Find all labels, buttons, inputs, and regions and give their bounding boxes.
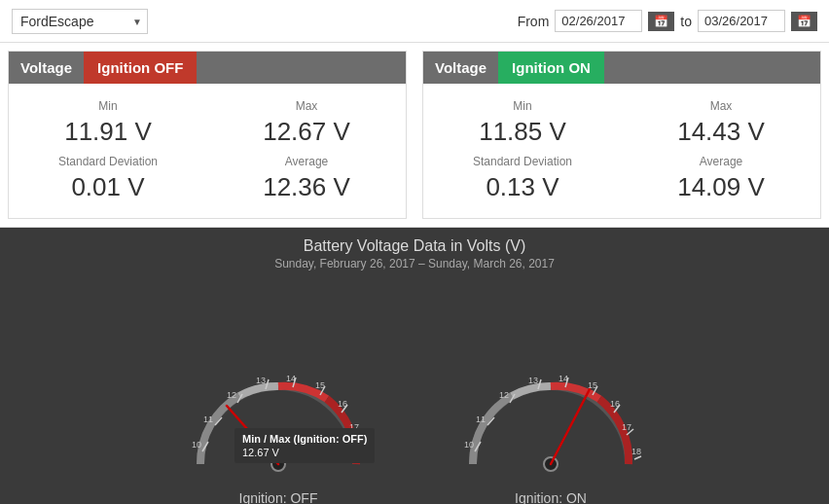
svg-text:16: 16	[338, 399, 347, 409]
svg-text:10: 10	[464, 440, 474, 450]
ignition-off-stats: Min 11.91 V Standard Deviation 0.01 V Ma…	[9, 84, 406, 218]
svg-text:17: 17	[622, 422, 631, 432]
from-calendar-button[interactable]: 📅	[648, 12, 674, 31]
ignition-off-std-value: 0.01 V	[18, 172, 198, 202]
ignition-off-std-label: Standard Deviation	[18, 155, 198, 168]
gauge-off-label: Ignition: OFF	[239, 490, 318, 504]
ignition-on-max-label: Max	[631, 99, 811, 113]
svg-text:18: 18	[631, 447, 641, 456]
ignition-off-avg-value: 12.36 V	[217, 172, 396, 202]
ignition-off-avg-label: Average	[217, 155, 396, 168]
ignition-on-std-value: 0.13 V	[433, 172, 612, 202]
to-label: to	[680, 14, 692, 29]
ignition-off-min-cell: Min 11.91 V Standard Deviation 0.01 V	[9, 93, 207, 208]
ignition-on-std-label: Standard Deviation	[433, 155, 612, 168]
vehicle-select-wrapper[interactable]: FordEscape ▼	[12, 9, 148, 34]
to-calendar-button[interactable]: 📅	[791, 12, 817, 31]
svg-text:13: 13	[256, 376, 266, 385]
svg-text:10: 10	[192, 440, 201, 450]
ignition-on-max-cell: Max 14.43 V Average 14.09 V	[622, 93, 820, 208]
ignition-on-badge: Ignition ON	[498, 52, 604, 84]
ignition-on-max-value: 14.43 V	[631, 117, 811, 147]
ignition-on-panel: Voltage Ignition ON Min 11.85 V Standard…	[422, 51, 821, 219]
ignition-on-min-cell: Min 11.85 V Standard Deviation 0.13 V	[423, 93, 622, 208]
ignition-on-avg-label: Average	[631, 155, 811, 168]
svg-text:14: 14	[559, 374, 568, 383]
ignition-off-max-cell: Max 12.67 V Average 12.36 V	[207, 93, 406, 208]
ignition-off-header: Voltage Ignition OFF	[9, 52, 406, 84]
gauge-section: Battery Voltage Data in Volts (V) Sunday…	[0, 228, 829, 504]
top-bar: FordEscape ▼ From 📅 to 📅	[0, 0, 829, 43]
ignition-on-header: Voltage Ignition ON	[423, 52, 820, 84]
ignition-off-voltage-label: Voltage	[9, 52, 84, 84]
ignition-off-max-label: Max	[217, 99, 396, 113]
gauge-off-tooltip: Min / Max (Ignition: OFF) 12.67 V	[234, 428, 375, 463]
ignition-on-stats: Min 11.85 V Standard Deviation 0.13 V Ma…	[423, 84, 820, 218]
vehicle-select[interactable]: FordEscape	[12, 9, 148, 34]
tooltip-off-title: Min / Max (Ignition: OFF)	[242, 433, 367, 445]
svg-line-29	[634, 456, 641, 459]
svg-line-40	[551, 389, 590, 464]
date-range: From 📅 to 📅	[518, 10, 817, 32]
ignition-off-panel: Voltage Ignition OFF Min 11.91 V Standar…	[8, 51, 407, 219]
svg-text:11: 11	[203, 414, 213, 424]
svg-text:14: 14	[286, 374, 296, 383]
gauge-on-container: 10 11 12 13 14 15 16 17 18	[453, 362, 648, 504]
gauge-off-wrapper: 10 11 12 13 14 15 16 17 18	[181, 362, 376, 483]
svg-text:13: 13	[528, 376, 538, 385]
svg-text:12: 12	[499, 390, 509, 400]
gauge-title: Battery Voltage Data in Volts (V)	[304, 237, 526, 255]
from-label: From	[518, 14, 550, 29]
svg-text:16: 16	[610, 399, 620, 409]
ignition-off-max-value: 12.67 V	[217, 117, 396, 147]
gauge-on-svg: 10 11 12 13 14 15 16 17 18	[453, 362, 648, 479]
from-date-input[interactable]	[555, 10, 642, 32]
ignition-off-badge: Ignition OFF	[84, 52, 197, 84]
ignition-on-avg-value: 14.09 V	[631, 172, 811, 202]
to-date-input[interactable]	[698, 10, 785, 32]
ignition-on-voltage-label: Voltage	[423, 52, 498, 84]
svg-text:15: 15	[315, 380, 325, 390]
gauge-on-wrapper: 10 11 12 13 14 15 16 17 18	[453, 362, 648, 483]
stats-row: Voltage Ignition OFF Min 11.91 V Standar…	[0, 43, 829, 228]
tooltip-off-value: 12.67 V	[242, 447, 367, 458]
gauge-on-label: Ignition: ON	[515, 490, 587, 504]
gauge-off-container: 10 11 12 13 14 15 16 17 18	[181, 362, 376, 504]
ignition-on-min-label: Min	[433, 99, 612, 113]
ignition-off-min-label: Min	[18, 99, 198, 113]
svg-text:11: 11	[476, 414, 486, 424]
ignition-on-min-value: 11.85 V	[433, 117, 612, 147]
ignition-off-min-value: 11.91 V	[18, 117, 198, 147]
svg-text:12: 12	[227, 390, 236, 400]
gauges-row: 10 11 12 13 14 15 16 17 18	[181, 278, 648, 504]
gauge-subtitle: Sunday, February 26, 2017 – Sunday, Marc…	[274, 257, 555, 270]
